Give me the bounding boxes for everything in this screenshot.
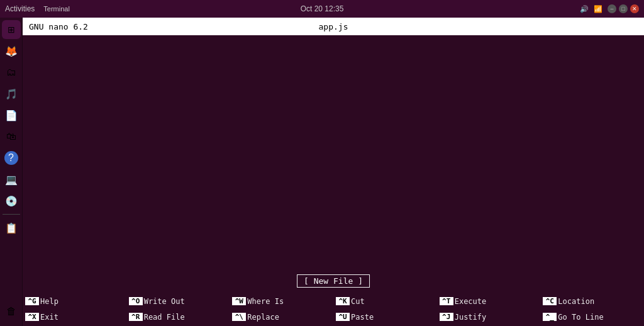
libreoffice-icon: 📄 [5, 110, 18, 121]
key-go-to-line: ^_ [543, 313, 557, 321]
key-execute: ^T [440, 297, 453, 305]
sidebar: ⊞ 🦊 🗂 🎵 📄 🛍 ? 💻 💿 📋 [0, 18, 23, 326]
nano-header: GNU nano 6.2 app.js [23, 18, 644, 35]
system-bar-datetime: Oct 20 12:35 [301, 4, 344, 13]
key-cut: ^K [336, 297, 350, 305]
minimize-button[interactable]: – [608, 4, 616, 13]
editor-area[interactable] [23, 35, 644, 292]
software-icon: 🛍 [6, 131, 16, 142]
volume-icon[interactable]: 🔊 [580, 5, 589, 13]
footer-row-1: ^G Help ^O Write Out ^W Where Is ^K Cut … [23, 293, 644, 309]
label-write-out: Write Out [144, 297, 185, 306]
help-icon: ? [4, 151, 18, 165]
maximize-button[interactable]: □ [619, 4, 628, 13]
footer-exit[interactable]: ^X Exit [23, 309, 126, 325]
footer-cut[interactable]: ^K Cut [333, 293, 437, 309]
sidebar-icon-trash[interactable]: 🗑 [2, 302, 21, 321]
label-exit: Exit [40, 313, 58, 322]
sidebar-icon-firefox[interactable]: 🦊 [2, 42, 21, 60]
close-button[interactable]: ✕ [630, 4, 639, 13]
key-exit: ^X [25, 313, 39, 321]
label-execute: Execute [455, 297, 487, 306]
footer-go-to-line[interactable]: ^_ Go To Line [540, 309, 644, 325]
files-icon: 🗂 [6, 67, 16, 78]
sidebar-icon-apps[interactable]: ⊞ [2, 20, 21, 39]
footer-paste[interactable]: ^U Paste [333, 309, 437, 325]
key-write-out: ^O [129, 297, 143, 305]
label-replace: Replace [247, 313, 279, 322]
apps-icon: ⊞ [8, 25, 15, 35]
label-cut: Cut [351, 297, 365, 306]
system-bar-left: Activities Terminal [5, 4, 70, 13]
sidebar-icon-dvd[interactable]: 💿 [2, 191, 21, 210]
nano-footer: [ New File ] ^G Help ^O Write Out ^W Whe… [23, 292, 644, 326]
footer-read-file[interactable]: ^R Read File [126, 309, 230, 325]
sidebar-icon-help[interactable]: ? [2, 149, 21, 167]
sidebar-icon-software[interactable]: 🛍 [2, 127, 21, 146]
label-help: Help [40, 297, 58, 306]
footer-location[interactable]: ^C Location [540, 293, 644, 309]
key-paste: ^U [336, 313, 350, 321]
sidebar-bottom: 🗑 [2, 302, 21, 321]
key-where-is: ^W [232, 297, 246, 305]
footer-where-is[interactable]: ^W Where Is [230, 293, 333, 309]
system-bar-right: 🔊 📶 – □ ✕ [580, 4, 639, 13]
window-controls: – □ ✕ [608, 4, 639, 13]
firefox-icon: 🦊 [5, 45, 18, 57]
clipboard-icon: 📋 [5, 222, 18, 234]
sidebar-icon-terminal[interactable]: 💻 [2, 170, 21, 189]
nano-version: GNU nano 6.2 [29, 22, 232, 31]
label-location: Location [558, 297, 594, 306]
footer-help[interactable]: ^G Help [23, 293, 126, 309]
key-help: ^G [25, 297, 39, 305]
sidebar-divider [3, 214, 20, 215]
sidebar-icon-rhythmbox[interactable]: 🎵 [2, 84, 21, 103]
key-replace: ^\ [232, 313, 246, 321]
label-read-file: Read File [144, 313, 185, 322]
footer-row-2: ^X Exit ^R Read File ^\ Replace ^U Paste… [23, 309, 644, 325]
footer-replace[interactable]: ^\ Replace [230, 309, 333, 325]
sidebar-icon-libreoffice[interactable]: 📄 [2, 106, 21, 125]
system-bar: Activities Terminal Oct 20 12:35 🔊 📶 – □… [0, 0, 644, 18]
main-layout: ⊞ 🦊 🗂 🎵 📄 🛍 ? 💻 💿 📋 [0, 18, 644, 326]
rhythmbox-icon: 🎵 [5, 88, 18, 100]
footer-write-out[interactable]: ^O Write Out [126, 293, 230, 309]
network-icon[interactable]: 📶 [594, 5, 602, 13]
terminal-icon: 💻 [5, 174, 18, 186]
nano-filename: app.js [232, 22, 435, 31]
label-paste: Paste [351, 313, 374, 322]
key-read-file: ^R [129, 313, 143, 321]
key-location: ^C [543, 297, 557, 305]
trash-icon: 🗑 [6, 306, 16, 317]
footer-justify[interactable]: ^J Justify [437, 309, 541, 325]
label-where-is: Where Is [247, 297, 284, 306]
app-name-label: Terminal [43, 5, 70, 13]
activities-label[interactable]: Activities [5, 4, 35, 13]
label-justify: Justify [455, 313, 487, 322]
dvd-icon: 💿 [5, 195, 18, 207]
sidebar-icon-files[interactable]: 🗂 [2, 63, 21, 82]
label-go-to-line: Go To Line [558, 313, 603, 322]
sidebar-icon-clipboard[interactable]: 📋 [2, 218, 21, 237]
terminal-area: GNU nano 6.2 app.js [ New File ] ^G Help… [23, 18, 644, 326]
key-justify: ^J [440, 313, 453, 321]
footer-execute[interactable]: ^T Execute [437, 293, 541, 309]
new-file-popup: [ New File ] [297, 274, 370, 288]
